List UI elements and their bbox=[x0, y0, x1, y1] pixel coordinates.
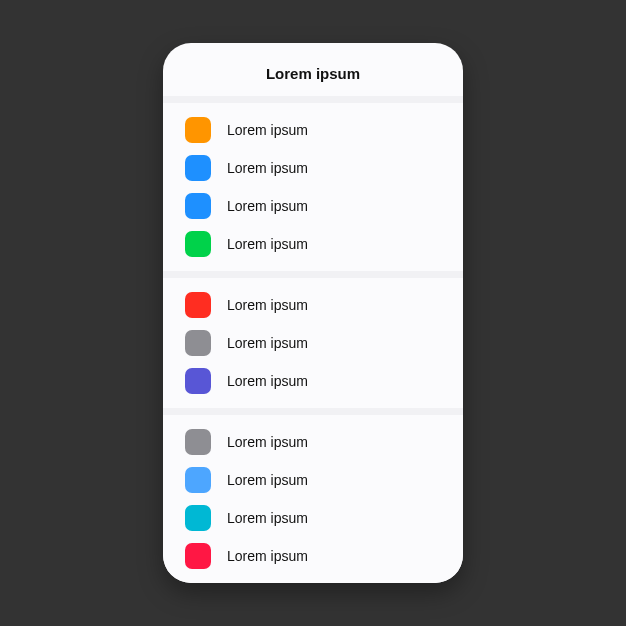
settings-group-2: Lorem ipsum Lorem ipsum Lorem ipsum bbox=[163, 278, 463, 408]
color-swatch-icon bbox=[185, 429, 211, 455]
item-label: Lorem ipsum bbox=[227, 548, 308, 564]
color-swatch-icon bbox=[185, 368, 211, 394]
settings-group-1: Lorem ipsum Lorem ipsum Lorem ipsum Lore… bbox=[163, 103, 463, 271]
list-item[interactable]: Lorem ipsum bbox=[163, 225, 463, 263]
list-item[interactable]: Lorem ipsum bbox=[163, 499, 463, 537]
item-label: Lorem ipsum bbox=[227, 472, 308, 488]
panel-header: Lorem ipsum bbox=[163, 43, 463, 96]
color-swatch-icon bbox=[185, 292, 211, 318]
list-item[interactable]: Lorem ipsum bbox=[163, 111, 463, 149]
group-separator bbox=[163, 96, 463, 103]
color-swatch-icon bbox=[185, 193, 211, 219]
settings-panel: Lorem ipsum Lorem ipsum Lorem ipsum Lore… bbox=[163, 43, 463, 583]
list-item[interactable]: Lorem ipsum bbox=[163, 149, 463, 187]
panel-title: Lorem ipsum bbox=[163, 65, 463, 82]
color-swatch-icon bbox=[185, 330, 211, 356]
color-swatch-icon bbox=[185, 155, 211, 181]
item-label: Lorem ipsum bbox=[227, 236, 308, 252]
list-item[interactable]: Lorem ipsum bbox=[163, 537, 463, 575]
group-separator bbox=[163, 271, 463, 278]
item-label: Lorem ipsum bbox=[227, 335, 308, 351]
list-item[interactable]: Lorem ipsum bbox=[163, 286, 463, 324]
item-label: Lorem ipsum bbox=[227, 434, 308, 450]
item-label: Lorem ipsum bbox=[227, 198, 308, 214]
item-label: Lorem ipsum bbox=[227, 510, 308, 526]
color-swatch-icon bbox=[185, 231, 211, 257]
list-item[interactable]: Lorem ipsum bbox=[163, 324, 463, 362]
color-swatch-icon bbox=[185, 467, 211, 493]
item-label: Lorem ipsum bbox=[227, 122, 308, 138]
color-swatch-icon bbox=[185, 505, 211, 531]
list-item[interactable]: Lorem ipsum bbox=[163, 187, 463, 225]
color-swatch-icon bbox=[185, 543, 211, 569]
list-item[interactable]: Lorem ipsum bbox=[163, 461, 463, 499]
list-item[interactable]: Lorem ipsum bbox=[163, 362, 463, 400]
color-swatch-icon bbox=[185, 117, 211, 143]
item-label: Lorem ipsum bbox=[227, 373, 308, 389]
settings-group-3: Lorem ipsum Lorem ipsum Lorem ipsum Lore… bbox=[163, 415, 463, 583]
group-separator bbox=[163, 408, 463, 415]
list-item[interactable]: Lorem ipsum bbox=[163, 423, 463, 461]
item-label: Lorem ipsum bbox=[227, 160, 308, 176]
item-label: Lorem ipsum bbox=[227, 297, 308, 313]
